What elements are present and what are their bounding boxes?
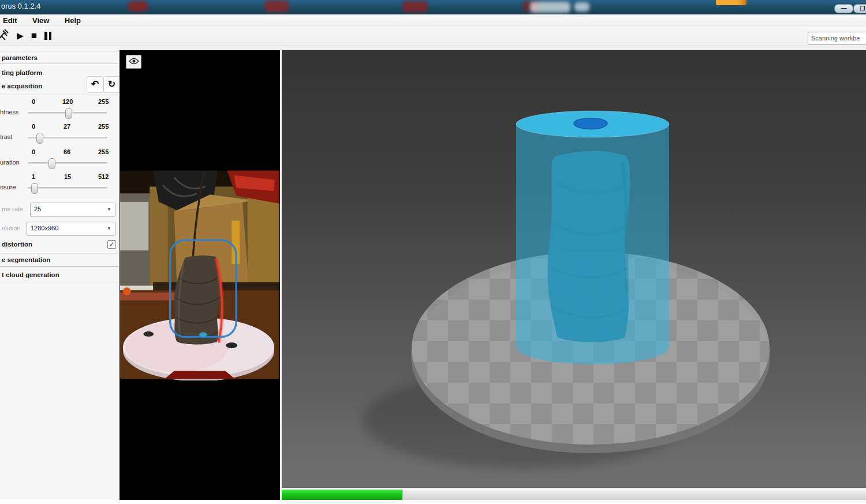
3d-viewport[interactable] <box>282 50 866 488</box>
contrast-label: trast <box>0 133 12 140</box>
undo-icon: ↶ <box>91 79 99 89</box>
play-button[interactable]: ▶ <box>13 28 28 43</box>
stop-button[interactable]: ■ <box>27 28 42 43</box>
window-title: orus 0.1.2.4 <box>1 2 40 10</box>
frame-rate-value: 25 <box>34 206 41 212</box>
exposure-slider[interactable] <box>28 187 107 189</box>
resolution-dropdown[interactable]: 1280x960 ▼ <box>27 222 115 236</box>
workbench-selector[interactable]: Scanning workbe <box>808 32 866 45</box>
toolbar: ▶ ■ Scanning workbe <box>0 27 866 46</box>
menu-bar: Edit View Help <box>0 14 866 27</box>
connect-icon <box>0 28 10 43</box>
pause-icon <box>44 32 47 40</box>
app-window: orus 0.1.2.4 — ❐ Edit View Help ▶ ■ Scan… <box>0 0 866 504</box>
connect-button[interactable] <box>0 28 11 43</box>
stop-icon: ■ <box>31 30 37 42</box>
section-header-image-segmentation[interactable]: e segmentation <box>2 256 50 263</box>
section-header-image-acquisition[interactable]: e acquisition <box>2 83 42 89</box>
brightness-min: 0 <box>32 98 35 105</box>
background-orange-bar <box>716 0 746 5</box>
pause-button[interactable] <box>40 28 55 43</box>
brightness-slider[interactable] <box>28 112 107 114</box>
contrast-max: 255 <box>98 123 109 130</box>
section-header-parameters[interactable]: parameters <box>2 54 38 61</box>
3d-scene <box>282 50 866 488</box>
section-header-rotating-platform[interactable]: ting platform <box>2 69 42 76</box>
scan-progress-fill <box>282 490 402 501</box>
divider <box>0 253 118 253</box>
contrast-value: 27 <box>64 123 70 130</box>
exposure-max: 512 <box>98 173 109 180</box>
menu-help[interactable]: Help <box>58 14 87 25</box>
background-blob <box>264 1 289 12</box>
contrast-min: 0 <box>32 123 35 130</box>
exposure-label: osure <box>0 184 16 191</box>
saturation-value: 66 <box>64 148 70 155</box>
maximize-button[interactable]: ❐ <box>853 4 866 13</box>
section-header-point-cloud-generation[interactable]: t cloud generation <box>2 271 59 278</box>
contrast-slider-thumb[interactable] <box>36 133 43 144</box>
minimize-button[interactable]: — <box>834 4 853 13</box>
brightness-value: 120 <box>62 98 73 105</box>
redo-button[interactable]: ↻ <box>103 76 120 93</box>
frame-rate-label: me rate <box>2 206 23 212</box>
chevron-down-icon: ▼ <box>107 222 111 234</box>
background-blob <box>574 2 589 12</box>
brightness-max: 255 <box>98 98 109 105</box>
divider <box>0 51 118 51</box>
divider <box>0 282 118 282</box>
status-strip <box>0 500 866 504</box>
exposure-min: 1 <box>32 173 35 180</box>
background-blob <box>530 2 570 13</box>
exposure-value: 15 <box>64 173 71 180</box>
brightness-label: htness <box>0 109 18 115</box>
background-blob <box>402 1 428 12</box>
parameter-panel: parameters ting platform e acquisition ↶… <box>0 46 120 500</box>
saturation-min: 0 <box>32 148 35 155</box>
camera-feed-image <box>120 169 279 380</box>
redo-icon: ↻ <box>108 79 115 89</box>
brightness-slider-thumb[interactable] <box>65 108 72 119</box>
saturation-label: uration <box>0 159 20 166</box>
resolution-value: 1280x960 <box>31 225 58 232</box>
chevron-down-icon: ▼ <box>107 203 111 215</box>
scan-viewport-column <box>282 50 866 504</box>
play-icon: ▶ <box>17 31 24 41</box>
resolution-label: olution <box>2 225 20 232</box>
distortion-label: distortion <box>2 241 32 248</box>
saturation-slider[interactable] <box>28 162 107 164</box>
eye-icon <box>129 57 139 67</box>
title-bar[interactable]: orus 0.1.2.4 — ❐ <box>0 0 866 15</box>
saturation-slider-thumb[interactable] <box>48 158 55 169</box>
toggle-view-button[interactable] <box>126 55 141 69</box>
main-content: parameters ting platform e acquisition ↶… <box>0 46 866 504</box>
background-blob <box>128 1 148 12</box>
divider <box>0 95 118 95</box>
divider <box>0 266 118 267</box>
menu-edit[interactable]: Edit <box>0 14 24 25</box>
distortion-checkbox[interactable]: ✓ <box>107 240 116 249</box>
exposure-slider-thumb[interactable] <box>31 183 38 194</box>
frame-rate-dropdown[interactable]: 25 ▼ <box>30 203 115 216</box>
camera-preview-panel <box>120 50 280 500</box>
divider <box>0 64 118 64</box>
contrast-slider[interactable] <box>28 137 107 139</box>
menu-view[interactable]: View <box>26 14 55 25</box>
undo-button[interactable]: ↶ <box>87 76 103 93</box>
saturation-max: 255 <box>98 148 109 155</box>
scan-progress-bar <box>282 489 866 501</box>
